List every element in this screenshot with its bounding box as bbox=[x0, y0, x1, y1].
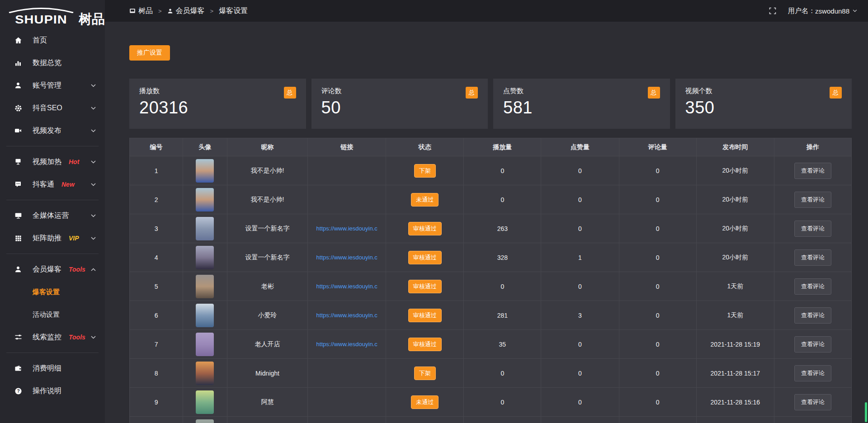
row-number: 9 bbox=[130, 388, 183, 417]
person-icon bbox=[14, 266, 23, 273]
avatar bbox=[196, 246, 214, 269]
sidebar-item-member-baoke[interactable]: 会员爆客 Tools bbox=[0, 258, 105, 281]
avatar bbox=[196, 390, 214, 414]
stat-value: 20316 bbox=[139, 98, 296, 118]
row-number: 6 bbox=[130, 301, 183, 330]
view-comments-button[interactable]: 查看评论 bbox=[794, 221, 831, 237]
plays-cell: 328 bbox=[464, 243, 541, 272]
publish-time-cell: 2021-11-28 15:19 bbox=[696, 330, 774, 359]
table-row: 8 Midnight 下架 0 0 0 2021-11-28 15:17 查看评… bbox=[130, 359, 852, 388]
status-badge: 审核通过 bbox=[408, 309, 442, 322]
row-number: 1 bbox=[130, 156, 183, 185]
chevron-up-icon bbox=[91, 268, 96, 271]
view-comments-button[interactable]: 查看评论 bbox=[794, 278, 831, 295]
vip-badge: VIP bbox=[69, 235, 79, 242]
monitor-icon bbox=[14, 212, 23, 219]
sidebar-item-all-media-operation[interactable]: 全媒体运营 bbox=[0, 204, 105, 227]
avatar bbox=[196, 188, 214, 212]
user-menu[interactable]: 用户名： zswodun88 bbox=[788, 7, 857, 15]
comments-cell: 0 bbox=[619, 185, 696, 214]
sidebar-item-label: 抖音SEO bbox=[33, 103, 62, 113]
gear-icon bbox=[14, 104, 23, 112]
table-row: 3 设置一个新名字 https://www.iesdouyin.c 审核通过 2… bbox=[130, 214, 852, 243]
plays-cell: 263 bbox=[464, 214, 541, 243]
nickname-cell: 阿慧 bbox=[227, 388, 308, 417]
sidebar-item-home[interactable]: 首页 bbox=[0, 29, 105, 52]
chat-bubble-icon bbox=[14, 181, 23, 188]
publish-time-cell: 2021-11-28 15:17 bbox=[696, 359, 774, 388]
view-comments-button[interactable]: 查看评论 bbox=[794, 192, 831, 208]
view-comments-button[interactable]: 查看评论 bbox=[794, 394, 831, 410]
stat-card-likes: 点赞数 581 总 bbox=[493, 79, 670, 129]
plays-cell: 0 bbox=[464, 185, 541, 214]
video-link[interactable]: https://www.iesdouyin.c bbox=[308, 312, 385, 319]
sidebar-item-video-heating[interactable]: 视频加热 Hot bbox=[0, 150, 105, 173]
plays-cell: 0 bbox=[464, 359, 541, 388]
breadcrumb-item-shupin[interactable]: 树品 bbox=[129, 6, 153, 16]
chevron-down-icon bbox=[91, 84, 96, 87]
video-link[interactable]: https://www.iesdouyin.c bbox=[308, 341, 385, 348]
nickname-cell: 我不是小帅! bbox=[227, 156, 308, 185]
sidebar-item-clue-monitoring[interactable]: 线索监控 Tools bbox=[0, 326, 105, 348]
table-row: 6 小爱玲 https://www.iesdouyin.c 审核通过 281 3… bbox=[130, 301, 852, 330]
sidebar-item-matrix-boost[interactable]: 矩阵助推 VIP bbox=[0, 227, 105, 249]
comments-cell: 0 bbox=[619, 388, 696, 417]
avatar bbox=[196, 419, 214, 423]
video-link[interactable]: https://www.iesdouyin.c bbox=[308, 254, 385, 261]
total-badge: 总 bbox=[466, 87, 478, 99]
view-comments-button[interactable]: 查看评论 bbox=[794, 307, 831, 324]
comments-cell: 0 bbox=[619, 156, 696, 185]
publish-time-cell: 20小时前 bbox=[696, 156, 774, 185]
bar-chart-icon bbox=[14, 59, 23, 66]
sidebar-divider bbox=[6, 146, 99, 146]
view-comments-button[interactable]: 查看评论 bbox=[794, 163, 831, 179]
sidebar-item-douyin-seo[interactable]: 抖音SEO bbox=[0, 97, 105, 119]
home-icon bbox=[14, 37, 23, 44]
col-header-comments: 评论量 bbox=[619, 138, 696, 156]
scrollbar-thumb[interactable] bbox=[865, 402, 867, 422]
sidebar-item-label: 首页 bbox=[33, 36, 47, 45]
publish-time-cell: 1天前 bbox=[696, 272, 774, 301]
sidebar-item-account-management[interactable]: 账号管理 bbox=[0, 74, 105, 97]
video-link[interactable]: https://www.iesdouyin.c bbox=[308, 283, 385, 290]
sidebar-item-label: 操作说明 bbox=[33, 386, 61, 396]
view-comments-button[interactable]: 查看评论 bbox=[794, 365, 831, 381]
sidebar-item-data-overview[interactable]: 数据总览 bbox=[0, 52, 105, 74]
sidebar-item-consumption-details[interactable]: 消费明细 bbox=[0, 357, 105, 380]
sidebar-item-instructions[interactable]: ? 操作说明 bbox=[0, 380, 105, 402]
sidebar-item-douketong[interactable]: 抖客通 New bbox=[0, 173, 105, 196]
logo-text-zh: 树品 bbox=[79, 13, 105, 26]
promotion-settings-button[interactable]: 推广设置 bbox=[129, 45, 170, 61]
sidebar-item-label: 线索监控 bbox=[33, 333, 61, 342]
total-badge: 总 bbox=[284, 87, 296, 99]
breadcrumb-item-member-baoke[interactable]: 会员爆客 bbox=[167, 6, 205, 16]
sidebar-item-video-publish[interactable]: 视频发布 bbox=[0, 119, 105, 142]
plays-cell: 0 bbox=[464, 156, 541, 185]
col-header-link: 链接 bbox=[308, 138, 386, 156]
view-comments-button[interactable]: 查看评论 bbox=[794, 249, 831, 266]
publish-time-cell: 20小时前 bbox=[696, 243, 774, 272]
user-icon bbox=[14, 82, 23, 89]
fullscreen-icon[interactable] bbox=[769, 7, 776, 14]
question-circle-icon: ? bbox=[14, 387, 23, 395]
view-comments-button[interactable]: 查看评论 bbox=[794, 336, 831, 352]
col-header-status: 状态 bbox=[386, 138, 463, 156]
col-header-nickname: 昵称 bbox=[227, 138, 308, 156]
sidebar-divider bbox=[6, 352, 99, 353]
likes-cell: 0 bbox=[541, 214, 619, 243]
stat-value: 50 bbox=[321, 98, 478, 118]
stat-cards: 播放数 20316 总 评论数 50 总 点赞数 581 总 视频个数 350 … bbox=[129, 79, 852, 129]
likes-cell bbox=[541, 417, 619, 423]
username-label: 用户名： bbox=[788, 7, 815, 15]
sidebar-item-label: 视频加热 bbox=[33, 157, 61, 167]
sidebar-subitem-baoke-settings[interactable]: 爆客设置 bbox=[0, 281, 105, 303]
sidebar-subitem-activity-settings[interactable]: 活动设置 bbox=[0, 303, 105, 326]
likes-cell: 1 bbox=[541, 243, 619, 272]
sidebar-item-label: 视频发布 bbox=[33, 126, 61, 136]
sidebar-item-label: 消费明细 bbox=[33, 364, 61, 373]
comments-cell: 0 bbox=[619, 214, 696, 243]
sidebar-divider bbox=[6, 200, 99, 200]
chevron-down-icon bbox=[91, 183, 96, 186]
plays-cell bbox=[464, 417, 541, 423]
video-link[interactable]: https://www.iesdouyin.c bbox=[308, 225, 385, 232]
